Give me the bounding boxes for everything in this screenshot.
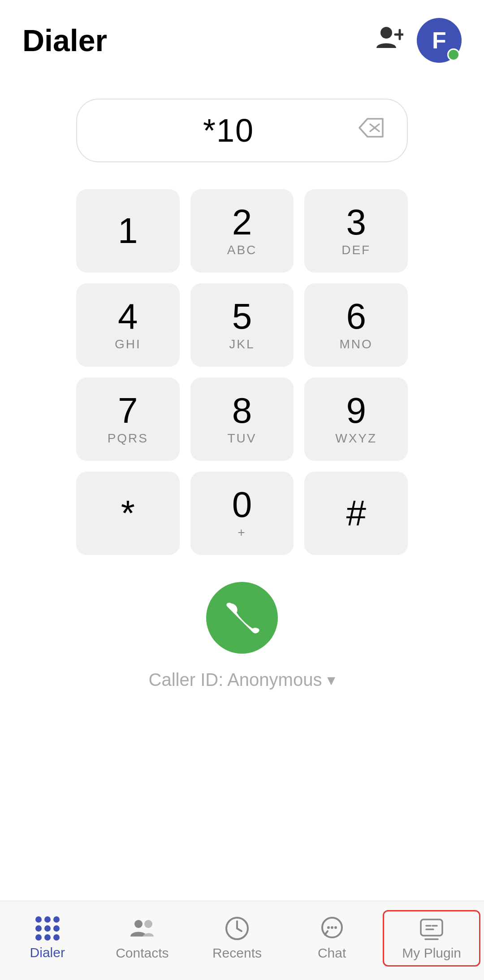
key-number: 3: [346, 204, 366, 240]
dialer-content: *10 12ABC3DEF4GHI5JKL6MNO7PQRS8TUV9WXYZ*…: [0, 72, 484, 901]
svg-line-9: [237, 928, 242, 931]
nav-label-myplugin: My Plugin: [402, 945, 461, 961]
dialpad-icon: [35, 916, 60, 941]
key-letters: TUV: [227, 431, 256, 446]
svg-point-12: [331, 926, 333, 929]
bottom-nav: Dialer Contacts Recents Chat: [0, 901, 484, 980]
add-contact-button[interactable]: [376, 26, 403, 56]
key-btn-8[interactable]: 8TUV: [190, 377, 294, 461]
key-number: 8: [232, 393, 252, 429]
key-number: *: [121, 495, 135, 531]
nav-label-dialer: Dialer: [30, 945, 65, 960]
key-btn-*[interactable]: *: [76, 472, 180, 555]
key-letters: DEF: [341, 243, 371, 257]
key-number: 1: [118, 213, 138, 249]
key-btn-1[interactable]: 1: [76, 189, 180, 273]
chat-icon: [320, 916, 345, 941]
key-btn-2[interactable]: 2ABC: [190, 189, 294, 273]
header: Dialer F: [0, 0, 484, 72]
key-btn-0[interactable]: 0+: [190, 472, 294, 555]
avatar-online-badge: [447, 48, 460, 61]
dialer-display-value: *10: [203, 113, 254, 148]
key-letters: MNO: [340, 337, 373, 351]
header-actions: F: [376, 18, 462, 63]
nav-label-chat: Chat: [318, 945, 346, 961]
key-number: 2: [232, 204, 252, 240]
backspace-button[interactable]: [358, 117, 385, 144]
svg-point-11: [327, 926, 330, 929]
key-number: 9: [346, 393, 366, 429]
caller-id-chevron: ▾: [327, 671, 335, 689]
key-btn-#[interactable]: #: [304, 472, 408, 555]
key-letters: PQRS: [108, 431, 148, 446]
nav-item-dialer[interactable]: Dialer: [0, 910, 95, 967]
myplugin-icon: [419, 916, 444, 941]
key-btn-6[interactable]: 6MNO: [304, 283, 408, 367]
key-letters: ABC: [227, 243, 257, 257]
key-btn-3[interactable]: 3DEF: [304, 189, 408, 273]
nav-item-myplugin[interactable]: My Plugin: [383, 910, 480, 967]
key-number: #: [346, 495, 366, 531]
contacts-icon: [130, 916, 155, 941]
svg-point-6: [144, 920, 152, 928]
key-btn-7[interactable]: 7PQRS: [76, 377, 180, 461]
key-letters: JKL: [229, 337, 255, 351]
phone-icon: [224, 600, 260, 636]
recents-icon: [225, 916, 250, 941]
caller-id[interactable]: Caller ID: Anonymous ▾: [149, 670, 336, 690]
nav-item-recents[interactable]: Recents: [190, 910, 285, 967]
dialer-display[interactable]: *10: [76, 99, 408, 162]
svg-rect-14: [421, 919, 442, 936]
key-btn-9[interactable]: 9WXYZ: [304, 377, 408, 461]
svg-point-0: [380, 27, 392, 39]
keypad: 12ABC3DEF4GHI5JKL6MNO7PQRS8TUV9WXYZ*0+#: [76, 189, 408, 555]
key-number: 0: [232, 487, 252, 523]
backspace-icon: [358, 117, 385, 139]
key-letters: GHI: [115, 337, 141, 351]
key-number: 4: [118, 299, 138, 334]
page-title: Dialer: [22, 23, 107, 58]
caller-id-text: Caller ID: Anonymous: [149, 670, 322, 690]
key-number: 6: [346, 299, 366, 334]
nav-item-contacts[interactable]: Contacts: [95, 910, 190, 967]
add-person-icon: [376, 26, 403, 50]
nav-item-chat[interactable]: Chat: [285, 910, 380, 967]
key-number: 7: [118, 393, 138, 429]
key-btn-5[interactable]: 5JKL: [190, 283, 294, 367]
avatar[interactable]: F: [417, 18, 462, 63]
key-btn-4[interactable]: 4GHI: [76, 283, 180, 367]
nav-label-recents: Recents: [212, 945, 262, 961]
nav-label-contacts: Contacts: [116, 945, 169, 961]
svg-point-5: [134, 920, 143, 928]
key-letters: WXYZ: [335, 431, 377, 446]
key-letters: +: [238, 525, 246, 540]
call-button[interactable]: [206, 582, 278, 654]
key-number: 5: [232, 299, 252, 334]
svg-point-13: [334, 926, 337, 929]
